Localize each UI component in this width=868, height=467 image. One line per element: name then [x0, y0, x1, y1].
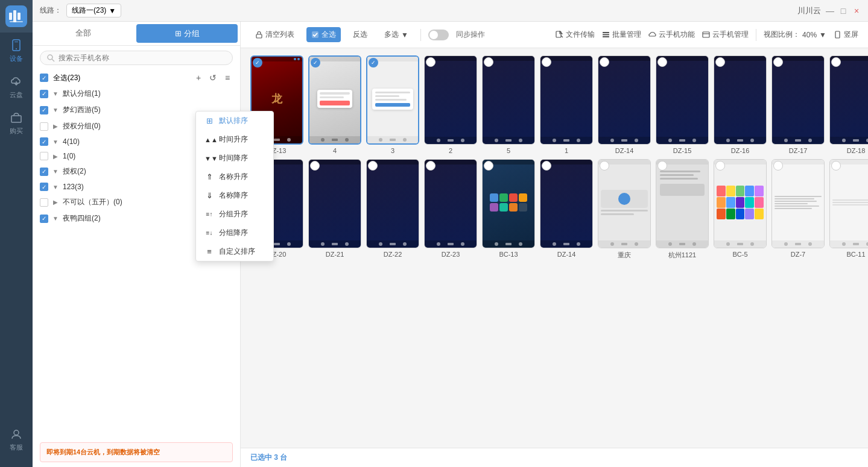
batch-manage-button[interactable]: 批量管理 [602, 30, 641, 40]
invert-button[interactable]: 反选 [348, 27, 372, 42]
group-checkbox-default[interactable] [40, 90, 48, 98]
phone-screen-dz18[interactable] [829, 55, 868, 145]
sort-time-asc[interactable]: ▲▲ 时间升序 [196, 130, 273, 149]
phone-card-1[interactable]: 1 [540, 55, 593, 154]
phone-screen-dz23[interactable] [424, 159, 477, 248]
tab-group[interactable]: ⊞ 分组 [136, 24, 238, 43]
group-checkbox-1[interactable] [40, 152, 48, 160]
phone-card-dz7[interactable]: DZ-7 [771, 159, 825, 260]
nav-bar [772, 137, 824, 144]
phone-card-5[interactable]: 5 [482, 55, 535, 154]
phone-card-chongqing[interactable]: 重庆 [598, 159, 651, 260]
phone-card-dz22[interactable]: DZ-22 [366, 159, 419, 260]
sort-menu-button[interactable]: ≡ [222, 72, 233, 83]
sort-default[interactable]: ⊞ 默认排序 [196, 111, 273, 130]
nav-bar [425, 137, 477, 144]
phone-card-dz14[interactable]: DZ-14 [598, 55, 651, 154]
select-all-checkbox[interactable] [40, 74, 48, 82]
sidebar-item-cloud[interactable]: 云盘 [0, 69, 33, 105]
group-checkbox-auth[interactable] [40, 122, 48, 131]
sidebar-item-shop[interactable]: 购买 [0, 105, 33, 141]
sidebar-item-device[interactable]: 设备 [0, 33, 33, 69]
selected-text: 已选中 [250, 453, 272, 462]
service-label: 客服 [10, 443, 23, 452]
select-all-button[interactable]: 全选 [306, 27, 341, 42]
close-button[interactable]: × [852, 7, 861, 15]
tab-all[interactable]: 全部 [33, 22, 134, 45]
cloud-manage-button[interactable]: 云手机管理 [702, 30, 749, 40]
phone-content-1 [540, 61, 592, 137]
sort-time-desc[interactable]: ▼▼ 时间降序 [196, 149, 273, 168]
phone-screen-dz21[interactable] [308, 159, 361, 248]
phone-screen-chongqing[interactable] [598, 159, 651, 248]
line-select[interactable]: 线路一(23) ▼ [66, 4, 121, 17]
phone-screen-bc11[interactable] [829, 159, 868, 248]
sort-custom[interactable]: ≡ 自定义排序 [196, 242, 273, 261]
phone-screen-dz16[interactable] [714, 55, 767, 145]
phone-screen-hz1121[interactable] [656, 159, 709, 248]
file-transfer-button[interactable]: 文件传输 [556, 30, 595, 40]
phone-card-dz15[interactable]: DZ-15 [656, 55, 709, 154]
multi-select-button[interactable]: 多选 ▼ [379, 27, 413, 42]
phone-screen-bc5[interactable] [714, 159, 767, 248]
left-panel: 全部 ⊞ 分组 全选(23) + [33, 22, 241, 467]
phone-screen-dz22[interactable] [366, 159, 419, 248]
phone-display-3 [367, 57, 418, 143]
clear-list-button[interactable]: 清空列表 [250, 27, 299, 42]
phone-card-dz23[interactable]: DZ-23 [424, 159, 477, 260]
refresh-button[interactable]: ↺ [207, 72, 218, 83]
phone-card-4[interactable]: 4 [308, 55, 361, 154]
sort-group-asc-label: 分组升序 [219, 209, 248, 219]
sort-group-asc[interactable]: ≡↑ 分组升序 [196, 205, 273, 224]
phone-screen-4[interactable] [308, 55, 361, 145]
phone-card-2[interactable]: 2 [424, 55, 477, 154]
portrait-button[interactable]: 竖屏 [834, 30, 858, 40]
group-checkbox-123[interactable] [40, 183, 48, 191]
phone-screen-dz7[interactable] [771, 159, 825, 248]
select-all-label: 全选(23) [53, 73, 80, 83]
search-input[interactable] [59, 54, 226, 62]
phone-card-dz18[interactable]: DZ-18 [829, 55, 868, 154]
group-checkbox-auth2[interactable] [40, 168, 48, 176]
phone-screen-dz14[interactable] [598, 55, 651, 145]
list-item[interactable]: ▼ 默认分组(1) [33, 86, 240, 102]
phone-card-bc13[interactable]: BC-13 [482, 159, 535, 260]
group-checkbox-4[interactable] [40, 137, 48, 146]
app-logo [0, 0, 33, 33]
phone-card-hz1121[interactable]: 杭州1121 [656, 159, 709, 260]
group-checkbox-fantasy[interactable] [40, 106, 48, 114]
minimize-button[interactable]: — [826, 7, 834, 15]
sort-name-desc[interactable]: ⇓ 名称降序 [196, 186, 273, 205]
cloud-func-button[interactable]: 云手机功能 [648, 30, 695, 40]
phone-screen-dz17[interactable] [771, 55, 825, 145]
phone-card-dz17[interactable]: DZ-17 [771, 55, 825, 154]
phone-card-bc5[interactable]: BC-5 [714, 159, 767, 260]
add-group-button[interactable]: + [193, 72, 204, 83]
phone-screen-3[interactable] [366, 55, 419, 145]
phone-screen-dz14b[interactable] [540, 159, 593, 248]
group-checkbox-night4[interactable] [40, 215, 48, 223]
phone-screen-2[interactable] [424, 55, 477, 145]
phone-screen-5[interactable] [482, 55, 535, 145]
phone-card-3[interactable]: 3 [366, 55, 419, 154]
nav-bar [714, 137, 766, 144]
phone-card-dz16[interactable]: DZ-16 [714, 55, 767, 154]
svg-rect-18 [603, 36, 609, 37]
phone-screen-bc13[interactable] [482, 159, 535, 248]
phone-card-dz21[interactable]: DZ-21 [308, 159, 361, 260]
phone-screen-1[interactable] [540, 55, 593, 145]
sync-toggle[interactable] [428, 30, 449, 40]
device-icon [10, 39, 23, 52]
phone-card-dz14b[interactable]: DZ-14 [540, 159, 593, 260]
chevron-icon: ▶ [52, 199, 59, 206]
maximize-button[interactable]: □ [839, 7, 847, 15]
group-checkbox-no5[interactable] [40, 198, 48, 207]
phone-screen-dz15[interactable] [656, 55, 709, 145]
group-actions: + ↺ ≡ [193, 72, 233, 83]
sort-group-desc[interactable]: ≡↓ 分组降序 [196, 224, 273, 242]
sort-name-asc[interactable]: ⇑ 名称升序 [196, 168, 273, 186]
sidebar-item-service[interactable]: 客服 [0, 421, 33, 457]
phone-label-dz23: DZ-23 [442, 251, 460, 258]
view-ratio-dropdown-icon[interactable]: ▼ [819, 31, 826, 39]
phone-card-bc11[interactable]: BC-11 [829, 159, 868, 260]
